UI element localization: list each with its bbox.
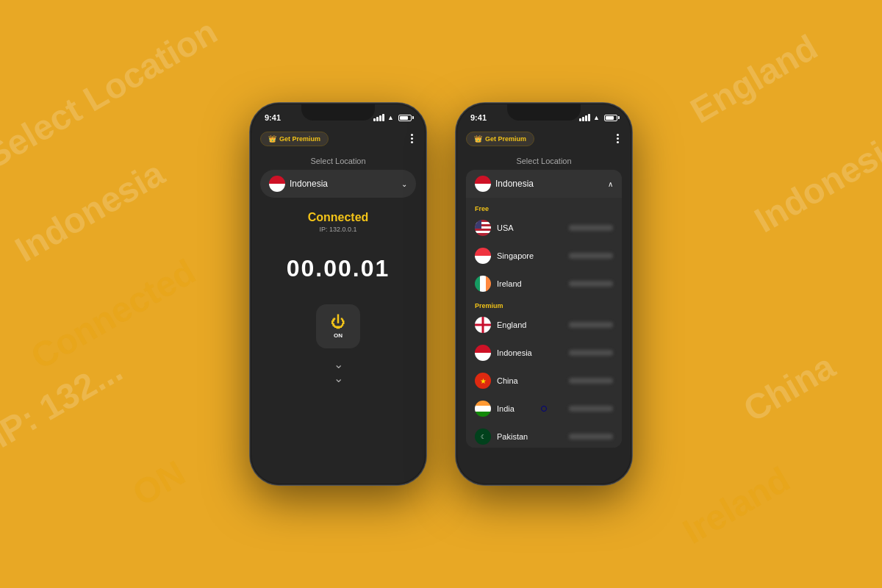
flag-indonesia-left bbox=[269, 176, 285, 192]
dropdown-header-right[interactable]: Indonesia ∧ bbox=[466, 170, 622, 198]
list-item-usa[interactable]: USA bbox=[466, 214, 622, 242]
item-blur-usa bbox=[569, 225, 613, 231]
watermark-7: Indonesia bbox=[747, 123, 882, 241]
signal-bar-r3 bbox=[585, 115, 587, 121]
item-name-usa: USA bbox=[497, 223, 563, 232]
chevron-down-left: ⌄ bbox=[401, 180, 407, 188]
flag-usa bbox=[475, 220, 491, 236]
watermark-8: China bbox=[736, 345, 842, 429]
left-phone-inner: 9:41 ▲ bbox=[251, 104, 425, 484]
time-right: 9:41 bbox=[470, 113, 487, 122]
right-phone-screen: 👑 Get Premium Select Location bbox=[457, 126, 631, 484]
timer: 00.00.01 bbox=[287, 255, 390, 282]
item-name-ireland: Ireland bbox=[497, 279, 563, 288]
power-icon-left: ⏻ bbox=[331, 314, 345, 331]
item-name-india: India bbox=[497, 404, 563, 413]
premium-label-left: Get Premium bbox=[279, 135, 320, 143]
dropdown-list[interactable]: Free USA Singapore bbox=[466, 198, 622, 448]
watermark-2: Indonesia bbox=[8, 153, 171, 270]
dropdown-header-content: Indonesia bbox=[475, 176, 534, 192]
list-item-china[interactable]: ★ China bbox=[466, 367, 622, 395]
dot-2 bbox=[411, 137, 413, 140]
dot-1 bbox=[411, 134, 413, 136]
dot-3 bbox=[411, 141, 413, 143]
time-left: 9:41 bbox=[265, 113, 281, 122]
premium-label-right: Get Premium bbox=[485, 135, 526, 143]
item-blur-england bbox=[569, 322, 613, 328]
watermark-6: England bbox=[684, 26, 824, 131]
flag-singapore bbox=[475, 248, 491, 264]
on-label-left: ON bbox=[334, 332, 343, 339]
right-phone-inner: 9:41 ▲ bbox=[457, 104, 631, 484]
list-item-singapore[interactable]: Singapore bbox=[466, 242, 622, 270]
item-blur-pakistan bbox=[569, 434, 613, 440]
watermark-3: Connected bbox=[24, 251, 202, 378]
notch-left bbox=[301, 104, 375, 121]
select-location-label-right: Select Location bbox=[516, 157, 571, 165]
connected-text: Connected bbox=[308, 211, 369, 224]
signal-bar-2 bbox=[376, 117, 379, 121]
ip-text: IP: 132.0.0.1 bbox=[319, 226, 356, 233]
flag-indonesia-right bbox=[475, 176, 491, 192]
item-name-pakistan: Pakistan bbox=[497, 432, 563, 441]
location-dropdown-left[interactable]: Indonesia ⌄ bbox=[260, 170, 416, 198]
location-name-left: Indonesia bbox=[290, 179, 328, 189]
item-blur-india bbox=[569, 406, 613, 412]
select-location-label-left: Select Location bbox=[310, 157, 365, 165]
signal-left bbox=[373, 114, 384, 121]
item-blur-indonesia bbox=[569, 350, 613, 356]
signal-bar-1 bbox=[373, 118, 376, 121]
signal-right bbox=[579, 114, 590, 121]
list-item-pakistan[interactable]: ☾ Pakistan bbox=[466, 423, 622, 448]
item-name-singapore: Singapore bbox=[497, 251, 563, 260]
category-premium: Premium bbox=[466, 298, 622, 311]
list-item-india[interactable]: India bbox=[466, 395, 622, 423]
flag-pakistan: ☾ bbox=[475, 429, 491, 445]
dropdown-left-content: Indonesia bbox=[269, 176, 328, 192]
flag-china: ★ bbox=[475, 373, 491, 389]
signal-bar-r2 bbox=[582, 117, 584, 121]
list-item-ireland[interactable]: Ireland bbox=[466, 270, 622, 298]
left-top-bar: 👑 Get Premium bbox=[260, 126, 416, 151]
flag-england bbox=[475, 317, 491, 333]
dot-r2 bbox=[617, 137, 619, 140]
notch-right bbox=[507, 104, 581, 121]
battery-fill-left bbox=[400, 116, 408, 120]
item-blur-ireland bbox=[569, 281, 613, 287]
signal-bar-4 bbox=[382, 114, 384, 121]
item-name-china: China bbox=[497, 376, 563, 385]
right-phone: 9:41 ▲ bbox=[456, 103, 632, 485]
double-chevron-left[interactable]: ⌄⌄ bbox=[334, 357, 343, 385]
status-icons-left: ▲ bbox=[373, 114, 412, 121]
phones-container: 9:41 ▲ bbox=[250, 103, 632, 485]
menu-dots-right[interactable] bbox=[614, 131, 622, 146]
flag-ireland bbox=[475, 276, 491, 292]
item-name-england: England bbox=[497, 320, 563, 329]
watermark-4: IP: 132... bbox=[0, 349, 129, 456]
watermark-9: Ireland bbox=[675, 459, 796, 551]
crown-icon-right: 👑 bbox=[474, 135, 482, 143]
power-button-left[interactable]: ⏻ ON bbox=[316, 304, 360, 348]
premium-button-right[interactable]: 👑 Get Premium bbox=[466, 132, 534, 146]
premium-button-left[interactable]: 👑 Get Premium bbox=[260, 132, 329, 146]
battery-fill-right bbox=[606, 116, 614, 120]
list-item-indonesia[interactable]: Indonesia bbox=[466, 339, 622, 367]
crown-icon-left: 👑 bbox=[268, 135, 276, 143]
location-name-right: Indonesia bbox=[495, 179, 534, 189]
menu-dots-left[interactable] bbox=[408, 131, 416, 146]
dot-r1 bbox=[617, 134, 619, 136]
left-phone-screen: 👑 Get Premium Select Location Ind bbox=[251, 126, 425, 484]
right-top-bar: 👑 Get Premium bbox=[466, 126, 622, 151]
chevron-up-right: ∧ bbox=[608, 180, 613, 188]
status-icons-right: ▲ bbox=[579, 114, 617, 121]
battery-left bbox=[398, 115, 412, 121]
watermark-1: Select Location bbox=[0, 11, 224, 176]
item-blur-china bbox=[569, 378, 613, 384]
list-item-england[interactable]: England bbox=[466, 311, 622, 339]
battery-right bbox=[604, 115, 617, 121]
left-phone: 9:41 ▲ bbox=[250, 103, 426, 485]
dot-r3 bbox=[617, 141, 619, 143]
location-dropdown-right[interactable]: Indonesia ∧ Free USA bbox=[466, 170, 622, 448]
signal-bar-r4 bbox=[588, 114, 590, 121]
signal-bar-3 bbox=[379, 115, 381, 121]
